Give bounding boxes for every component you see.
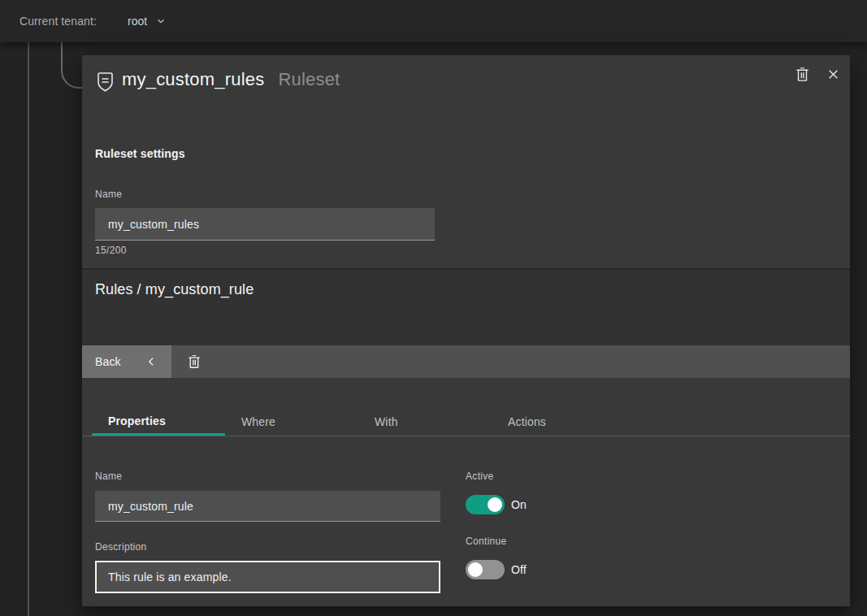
continue-toggle-row: Off (466, 560, 527, 579)
active-toggle[interactable] (466, 495, 505, 514)
chevron-down-icon (155, 15, 167, 27)
tab-with[interactable]: With (358, 398, 492, 436)
panel-subtitle: Ruleset (278, 69, 340, 89)
tab-properties[interactable]: Properties (92, 398, 225, 436)
close-icon (826, 67, 840, 81)
diagram-vertical-line (28, 42, 29, 616)
rule-name-input[interactable] (95, 491, 440, 522)
delete-rule-button[interactable] (171, 345, 217, 378)
continue-toggle-state: Off (511, 563, 527, 576)
current-tenant-label: Current tenant: (20, 15, 97, 28)
ruleset-shield-icon (97, 72, 114, 95)
toggle-knob (488, 497, 502, 512)
rule-name-label: Name (95, 471, 122, 482)
tab-actions[interactable]: Actions (492, 398, 625, 436)
diagram-elbow-connector (61, 42, 83, 89)
tenant-dropdown[interactable]: root (128, 0, 167, 42)
ruleset-name-label: Name (95, 189, 122, 200)
close-panel-button[interactable] (819, 60, 847, 88)
ruleset-settings-heading: Ruleset settings (95, 147, 185, 160)
tab-label: Actions (508, 415, 546, 428)
rule-description-input[interactable] (95, 561, 440, 593)
top-bar: Current tenant: root (0, 0, 867, 42)
tenant-dropdown-value: root (128, 15, 147, 28)
tab-where[interactable]: Where (225, 398, 358, 436)
chevron-left-icon (145, 356, 157, 367)
rule-tabs: Properties Where With Actions (82, 398, 850, 436)
continue-toggle-label: Continue (466, 536, 507, 547)
delete-ruleset-button[interactable] (788, 60, 816, 88)
tab-label: Where (241, 415, 275, 428)
ruleset-panel: my_custom_rulesRuleset Ruleset settings … (82, 55, 850, 606)
continue-toggle[interactable] (466, 560, 505, 579)
ruleset-name-title: my_custom_rules (122, 69, 264, 89)
rule-toolbar: Back (82, 345, 850, 378)
active-toggle-state: On (511, 498, 527, 511)
rule-description-label: Description (95, 541, 147, 553)
ruleset-panel-header: my_custom_rulesRuleset (82, 55, 850, 108)
tab-label: Properties (108, 414, 166, 427)
trash-icon (795, 67, 810, 82)
ruleset-name-input[interactable] (95, 208, 435, 241)
rule-breadcrumb-band: Rules / my_custom_rule (82, 270, 850, 345)
trash-icon (187, 354, 202, 369)
panel-title: my_custom_rulesRuleset (122, 69, 340, 90)
rule-breadcrumb: Rules / my_custom_rule (95, 281, 254, 298)
tab-label: With (375, 415, 398, 428)
toggle-knob (468, 562, 483, 577)
active-toggle-row: On (466, 495, 527, 514)
back-button[interactable]: Back (82, 345, 171, 378)
back-button-label: Back (95, 355, 121, 368)
ruleset-name-char-counter: 15/200 (95, 245, 127, 256)
active-toggle-label: Active (466, 471, 494, 482)
